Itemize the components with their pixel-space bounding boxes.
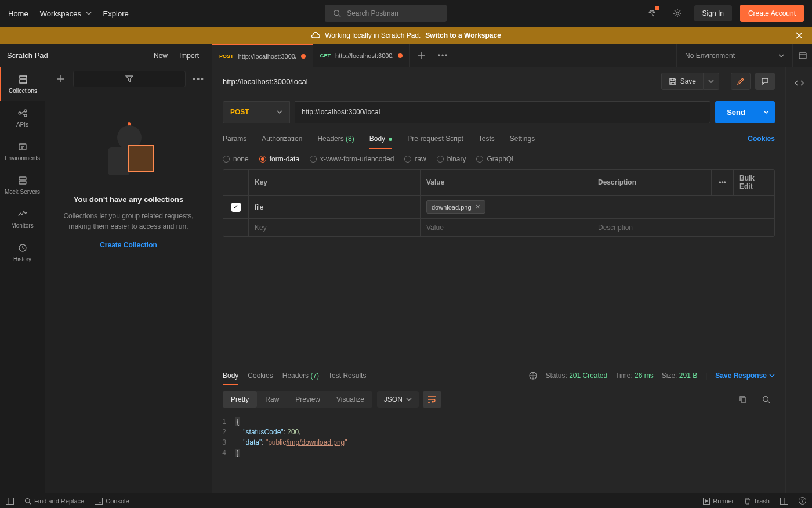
panel-options-button[interactable]: ••• (193, 74, 205, 84)
environment-quicklook-button[interactable] (792, 44, 812, 67)
create-account-button[interactable]: Create Account (740, 5, 804, 22)
cookies-link[interactable]: Cookies (748, 129, 775, 149)
resp-tab-headers[interactable]: Headers (7) (282, 366, 319, 385)
tab-authorization[interactable]: Authorization (262, 129, 302, 149)
sidebar-label: Monitors (11, 222, 33, 229)
send-dropdown[interactable] (757, 101, 775, 123)
sync-button[interactable] (643, 5, 661, 22)
nav-workspaces[interactable]: Workspaces (40, 9, 92, 18)
row-checkbox[interactable]: ✓ (231, 203, 241, 212)
formdata-table: Key Value Description ••• Bulk Edit ✓ fi… (223, 169, 775, 237)
svg-point-16 (26, 498, 30, 503)
sidebar-apis[interactable]: APIs (0, 101, 45, 135)
add-tab-button[interactable] (410, 44, 432, 67)
fmt-preview[interactable]: Preview (287, 391, 328, 408)
tab-headers[interactable]: Headers (8) (317, 129, 354, 149)
environment-selector[interactable]: No Environment (685, 52, 773, 60)
copy-response-button[interactable] (734, 391, 752, 408)
bodytype-binary[interactable]: binary (437, 155, 466, 163)
method-select[interactable]: POST (223, 101, 290, 123)
fmt-pretty[interactable]: Pretty (223, 391, 257, 408)
svg-point-7 (24, 114, 27, 117)
tab-prerequest[interactable]: Pre-request Script (407, 129, 463, 149)
tab-tests[interactable]: Tests (478, 129, 495, 149)
svg-rect-17 (95, 498, 103, 504)
bulk-edit-button[interactable]: Bulk Edit (734, 170, 774, 195)
resp-tab-cookies[interactable]: Cookies (248, 366, 273, 385)
banner-switch-link[interactable]: Switch to a Workspace (425, 31, 501, 39)
wrap-button[interactable] (423, 391, 441, 408)
new-button[interactable]: New (148, 48, 173, 63)
save-dropdown-button[interactable] (704, 73, 719, 90)
tab-params[interactable]: Params (223, 129, 246, 149)
network-info-button[interactable] (529, 372, 537, 380)
copy-icon (739, 395, 747, 403)
trash-button[interactable]: Trash (744, 497, 770, 505)
find-and-replace-button[interactable]: Find and Replace (24, 498, 84, 505)
remove-file-button[interactable]: ✕ (475, 203, 480, 211)
request-tab-0[interactable]: POST http://localhost:3000/ (212, 44, 313, 67)
nav-explore[interactable]: Explore (103, 9, 129, 18)
col-options-button[interactable]: ••• (712, 170, 734, 195)
url-input[interactable]: http://localhost:3000/local (295, 101, 710, 123)
console-button[interactable]: Console (95, 498, 129, 505)
row-description-input[interactable] (592, 196, 774, 218)
settings-button[interactable] (669, 5, 686, 22)
fmt-visualize[interactable]: Visualize (328, 391, 372, 408)
tab-settings[interactable]: Settings (510, 129, 535, 149)
sidebar-monitors[interactable]: Monitors (0, 202, 45, 236)
create-collection-plus-button[interactable] (52, 71, 68, 87)
size-label: Size: 291 B (662, 372, 697, 380)
bodytype-formdata[interactable]: form-data (259, 155, 299, 163)
help-button[interactable] (799, 497, 806, 505)
layout-button[interactable] (780, 497, 788, 505)
collections-icon (18, 74, 28, 85)
runner-button[interactable]: Runner (703, 497, 734, 505)
save-response-button[interactable]: Save Response (715, 372, 775, 380)
bodytype-none[interactable]: none (223, 155, 249, 163)
plus-icon (56, 75, 64, 83)
search-response-button[interactable] (757, 391, 775, 408)
toggle-sidebar-button[interactable] (6, 498, 14, 505)
resp-tab-tests[interactable]: Test Results (328, 366, 366, 385)
sidebar-mock-servers[interactable]: Mock Servers (0, 168, 45, 202)
response-body[interactable]: 1{ 2 "statusCode": 200, 3 "data": "publi… (212, 413, 785, 493)
chevron-down-icon[interactable] (778, 53, 784, 59)
banner-close-button[interactable] (796, 32, 803, 39)
svg-point-6 (24, 110, 27, 112)
nav-home[interactable]: Home (8, 9, 28, 18)
send-button[interactable]: Send (715, 101, 775, 123)
tab-options-button[interactable]: ••• (432, 44, 454, 67)
fmt-raw[interactable]: Raw (257, 391, 287, 408)
globe-icon (529, 372, 537, 380)
bodytype-raw[interactable]: raw (404, 155, 426, 163)
bodytype-urlencoded[interactable]: x-www-form-urlencoded (310, 155, 394, 163)
table-row-new[interactable]: Key Value Description (223, 219, 774, 236)
bodytype-graphql[interactable]: GraphQL (476, 155, 515, 163)
code-snippet-button[interactable] (791, 74, 808, 92)
content-type-select[interactable]: JSON (377, 391, 419, 408)
request-tab-1[interactable]: GET http://localhost:3000/p (313, 44, 411, 67)
svg-rect-15 (6, 498, 14, 504)
comment-mode-button[interactable] (755, 73, 775, 90)
filter-input[interactable] (73, 71, 186, 87)
svg-rect-9 (19, 177, 26, 180)
sidebar-history[interactable]: History (0, 236, 45, 269)
row-key-input[interactable]: file (249, 196, 420, 218)
resp-tab-body[interactable]: Body (223, 366, 238, 385)
plus-icon (417, 52, 425, 60)
request-name[interactable]: http://localhost:3000/local (223, 77, 654, 86)
create-collection-link[interactable]: Create Collection (100, 241, 157, 249)
signin-button[interactable]: Sign In (694, 5, 732, 21)
wrap-icon (427, 395, 437, 403)
method-label: POST (230, 108, 249, 116)
sidebar-environments[interactable]: Environments (0, 135, 45, 168)
import-button[interactable]: Import (173, 48, 205, 63)
svg-rect-4 (20, 80, 27, 83)
sidebar-collections[interactable]: Collections (0, 67, 45, 101)
edit-mode-button[interactable] (731, 73, 751, 90)
row-value-input[interactable]: download.png ✕ (420, 196, 592, 218)
save-button[interactable]: Save (661, 73, 704, 90)
tab-body[interactable]: Body (369, 129, 392, 149)
search-input[interactable]: Search Postman (325, 5, 447, 22)
